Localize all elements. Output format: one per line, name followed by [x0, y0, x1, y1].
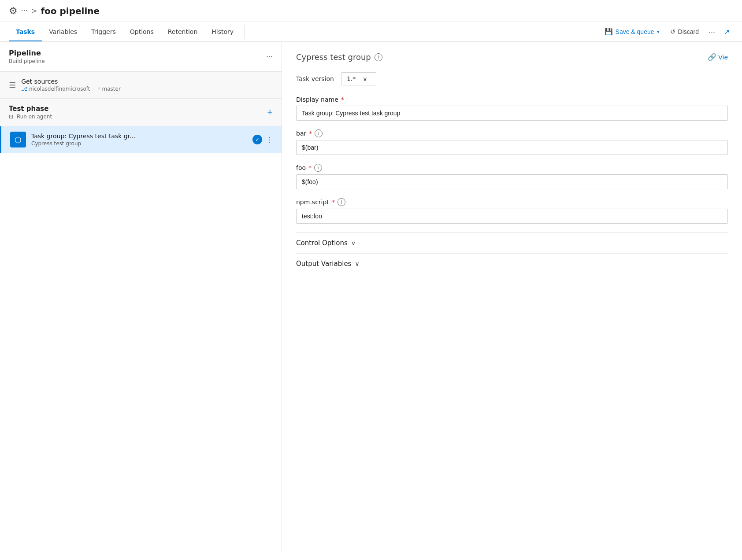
phase-header: Test phase ⊟ Run on agent + [0, 99, 282, 126]
pipeline-info: Pipeline Build pipeline [9, 49, 45, 64]
task-version-label: Task version [296, 75, 334, 82]
phase-subtitle-text: Run on agent [17, 114, 52, 120]
foo-info-icon[interactable]: i [314, 164, 322, 172]
panel-info-icon[interactable]: i [375, 53, 382, 61]
bar-label: bar [296, 130, 306, 137]
display-name-input[interactable] [296, 106, 728, 121]
user-text: nicolasdelfinomicrosoft [29, 86, 90, 92]
foo-field: foo * i [296, 164, 728, 189]
pipeline-header: Pipeline Build pipeline ··· [0, 42, 282, 72]
task-version-select[interactable]: 1.* ∨ [341, 72, 376, 85]
pipeline-title: Pipeline [9, 49, 45, 57]
tab-history[interactable]: History [204, 22, 241, 41]
nav-actions: 💾 Save & queue ▾ ↺ Discard ··· ↗ [600, 25, 733, 38]
task-actions: ✓ ⋮ [252, 135, 273, 144]
npm-script-required: * [332, 199, 335, 206]
display-name-label-row: Display name * [296, 96, 728, 103]
discard-label: Discard [678, 28, 699, 35]
get-sources-info: Get sources ⎇ nicolasdelfinomicrosoft ⑂ … [21, 78, 121, 92]
control-options-section[interactable]: Control Options ∨ [296, 232, 728, 253]
display-name-required: * [341, 96, 344, 103]
npm-script-label-row: npm.script * i [296, 198, 728, 206]
discard-icon: ↺ [670, 28, 675, 35]
save-icon: 💾 [605, 28, 613, 36]
foo-label-row: foo * i [296, 164, 728, 172]
display-name-field: Display name * [296, 96, 728, 121]
foo-label: foo [296, 164, 306, 171]
task-version-row: Task version 1.* ∨ [296, 72, 728, 85]
phase-info: Test phase ⊟ Run on agent [9, 105, 52, 120]
top-bar: ⚙ ··· > foo pipeline [0, 0, 742, 22]
control-options-chevron: ∨ [351, 239, 356, 247]
view-label: Vie [718, 54, 728, 61]
left-panel: Pipeline Build pipeline ··· ☰ Get source… [0, 42, 282, 553]
npm-script-field: npm.script * i [296, 198, 728, 224]
output-variables-chevron: ∨ [355, 260, 359, 267]
get-sources-meta: ⎇ nicolasdelfinomicrosoft ⑂ master [21, 86, 121, 92]
task-group-icon: ⬡ [10, 132, 26, 147]
main-layout: Pipeline Build pipeline ··· ☰ Get source… [0, 42, 742, 553]
npm-script-info-icon[interactable]: i [338, 198, 345, 206]
nav-tabs: Tasks Variables Triggers Options Retenti… [0, 22, 742, 42]
more-options-button[interactable]: ··· [705, 26, 719, 38]
npm-script-label: npm.script [296, 199, 329, 206]
task-more-button[interactable]: ⋮ [266, 136, 273, 144]
app-icon: ⚙ [9, 5, 18, 16]
get-sources-branch: ⑂ master [97, 86, 121, 92]
task-subtitle: Cypress test group [31, 140, 247, 147]
get-sources-item[interactable]: ☰ Get sources ⎇ nicolasdelfinomicrosoft … [0, 72, 282, 99]
control-options-label: Control Options [296, 239, 348, 247]
foo-input[interactable] [296, 174, 728, 189]
tab-variables[interactable]: Variables [42, 22, 84, 41]
task-item[interactable]: ⬡ Task group: Cypress test task gr... Cy… [0, 126, 282, 153]
pipeline-more-button[interactable]: ··· [266, 52, 273, 61]
bar-label-row: bar * i [296, 129, 728, 137]
breadcrumb-dots[interactable]: ··· [21, 7, 28, 15]
page-title: foo pipeline [41, 6, 100, 16]
panel-title: Cypress test group [296, 52, 371, 62]
display-name-label: Display name [296, 96, 338, 103]
branch-icon: ⑂ [97, 86, 100, 92]
get-sources-title: Get sources [21, 78, 121, 85]
get-sources-user: ⎇ nicolasdelfinomicrosoft [21, 86, 90, 92]
view-icon: 🔗 [708, 53, 716, 61]
breadcrumb-sep: > [31, 7, 37, 15]
task-info: Task group: Cypress test task gr... Cypr… [31, 133, 247, 147]
chevron-down-icon: ∨ [363, 75, 367, 82]
tab-options[interactable]: Options [123, 22, 161, 41]
output-variables-label: Output Variables [296, 260, 351, 268]
bar-info-icon[interactable]: i [315, 129, 323, 137]
add-task-button[interactable]: + [267, 107, 273, 118]
panel-header: Cypress test group i 🔗 Vie [296, 52, 728, 62]
task-check-icon: ✓ [252, 135, 262, 144]
npm-script-input[interactable] [296, 209, 728, 224]
tab-triggers[interactable]: Triggers [84, 22, 123, 41]
panel-title-row: Cypress test group i [296, 52, 382, 62]
cube-icon: ⬡ [15, 135, 22, 144]
phase-title: Test phase [9, 105, 52, 113]
tab-tasks[interactable]: Tasks [9, 22, 42, 41]
chevron-down-icon: ▾ [657, 29, 660, 35]
get-sources-icon: ☰ [9, 81, 16, 90]
phase-subtitle: ⊟ Run on agent [9, 114, 52, 120]
save-queue-button[interactable]: 💾 Save & queue ▾ [600, 25, 664, 38]
bar-input[interactable] [296, 140, 728, 155]
bar-required: * [309, 130, 312, 137]
git-icon: ⎇ [21, 86, 27, 92]
foo-required: * [308, 164, 312, 171]
task-title: Task group: Cypress test task gr... [31, 133, 247, 140]
output-variables-section[interactable]: Output Variables ∨ [296, 253, 728, 274]
branch-text: master [102, 86, 121, 92]
save-queue-label: Save & queue [616, 28, 654, 35]
discard-button[interactable]: ↺ Discard [666, 26, 703, 38]
agent-icon: ⊟ [9, 114, 13, 120]
bar-field: bar * i [296, 129, 728, 155]
task-version-value: 1.* [347, 75, 356, 82]
expand-button[interactable]: ↗ [720, 26, 733, 38]
right-panel: Cypress test group i 🔗 Vie Task version … [282, 42, 742, 553]
view-link[interactable]: 🔗 Vie [708, 53, 728, 61]
tab-retention[interactable]: Retention [161, 22, 205, 41]
nav-divider [244, 25, 245, 39]
pipeline-subtitle: Build pipeline [9, 58, 45, 64]
